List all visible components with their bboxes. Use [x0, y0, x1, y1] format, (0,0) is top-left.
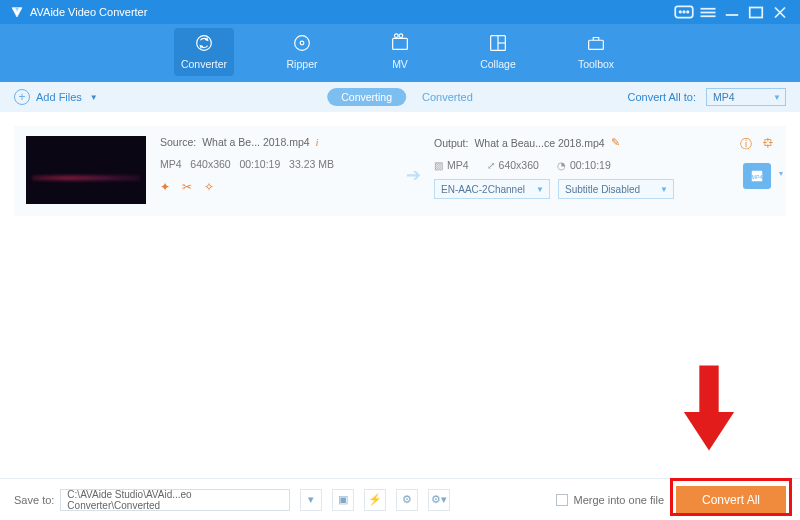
- output-filename: What a Beau...ce 2018.mp4: [474, 137, 604, 149]
- maximize-icon[interactable]: [746, 5, 766, 19]
- convert-all-to-label: Convert All to:: [628, 91, 696, 103]
- convert-all-to: Convert All to: MP4 ▼: [628, 88, 786, 106]
- open-folder-button[interactable]: ▣: [332, 489, 354, 511]
- speed-button[interactable]: ⚡: [364, 489, 386, 511]
- mv-icon: [389, 32, 411, 54]
- clock-icon: ◔: [557, 160, 566, 171]
- annotation-arrow-icon: [680, 364, 738, 454]
- nav-label: MV: [392, 58, 408, 70]
- convert-all-button[interactable]: Convert All: [676, 486, 786, 514]
- nav-label: Collage: [480, 58, 516, 70]
- output-profile-button[interactable]: MP4: [743, 163, 771, 189]
- output-label: Output:: [434, 137, 468, 149]
- subtitle-select[interactable]: Subtitle Disabled ▼: [558, 179, 674, 199]
- out-resolution: 640x360: [499, 159, 539, 171]
- compress-icon[interactable]: ⯐: [762, 136, 774, 153]
- nav-mv[interactable]: MV: [370, 28, 430, 76]
- svg-rect-14: [393, 38, 408, 49]
- svg-point-1: [680, 11, 682, 13]
- svg-point-16: [399, 34, 403, 38]
- pencil-icon[interactable]: ✎: [611, 136, 620, 149]
- source-filename: What a Be... 2018.mp4: [202, 136, 309, 148]
- source-block: Source: What a Be... 2018.mp4 i MP4 640x…: [160, 136, 390, 206]
- resolution-icon: ⤢: [487, 160, 495, 171]
- source-label: Source:: [160, 136, 196, 148]
- file-list: Source: What a Be... 2018.mp4 i MP4 640x…: [0, 112, 800, 216]
- settings-gear-button[interactable]: ⚙: [396, 489, 418, 511]
- subtitle-value: Subtitle Disabled: [565, 184, 640, 195]
- chevron-down-icon: ▼: [90, 93, 98, 102]
- nav-label: Ripper: [287, 58, 318, 70]
- svg-point-15: [395, 34, 399, 38]
- app-logo-icon: [10, 5, 24, 19]
- add-files-button[interactable]: + Add Files ▼: [14, 89, 98, 105]
- nav-label: Toolbox: [578, 58, 614, 70]
- save-path-field[interactable]: C:\AVAide Studio\AVAid...eo Converter\Co…: [60, 489, 290, 511]
- out-format: MP4: [447, 159, 469, 171]
- plus-icon: +: [14, 89, 30, 105]
- nav-collage[interactable]: Collage: [468, 28, 528, 76]
- merge-label: Merge into one file: [574, 494, 665, 506]
- src-format: MP4: [160, 158, 182, 170]
- svg-point-2: [683, 11, 685, 13]
- save-to-label: Save to:: [14, 494, 54, 506]
- svg-point-12: [295, 36, 310, 51]
- info-icon[interactable]: i: [316, 136, 319, 148]
- svg-point-13: [300, 41, 304, 45]
- checkbox-icon: [556, 494, 568, 506]
- tab-converting[interactable]: Converting: [327, 88, 406, 106]
- save-path-value: C:\AVAide Studio\AVAid...eo Converter\Co…: [67, 489, 283, 511]
- cut-icon[interactable]: ✂: [182, 180, 192, 194]
- add-files-label: Add Files: [36, 91, 82, 103]
- video-thumbnail[interactable]: [26, 136, 146, 204]
- svg-rect-8: [750, 7, 763, 17]
- svg-text:MP4: MP4: [752, 174, 763, 180]
- nav-toolbox[interactable]: Toolbox: [566, 28, 626, 76]
- convert-all-label: Convert All: [702, 493, 760, 507]
- file-row: Source: What a Be... 2018.mp4 i MP4 640x…: [14, 126, 786, 216]
- src-size: 33.23 MB: [289, 158, 334, 170]
- feedback-icon[interactable]: [674, 5, 694, 19]
- chevron-down-icon: ▼: [773, 93, 781, 102]
- nav-label: Converter: [181, 58, 227, 70]
- ripper-icon: [291, 32, 313, 54]
- task-settings-button[interactable]: ⚙▾: [428, 489, 450, 511]
- footer: Save to: C:\AVAide Studio\AVAid...eo Con…: [0, 478, 800, 520]
- source-meta: MP4 640x360 00:10:19 33.23 MB: [160, 158, 390, 170]
- src-duration: 00:10:19: [239, 158, 280, 170]
- output-format-value: MP4: [713, 91, 735, 103]
- enhance-icon[interactable]: ✧: [204, 180, 214, 194]
- chevron-down-icon: ▼: [536, 185, 544, 194]
- nav-ripper[interactable]: Ripper: [272, 28, 332, 76]
- video-icon: ▧: [434, 160, 443, 171]
- audio-track-value: EN-AAC-2Channel: [441, 184, 525, 195]
- path-dropdown-button[interactable]: ▾: [300, 489, 322, 511]
- svg-point-3: [687, 11, 689, 13]
- info-icon[interactable]: ⓘ: [740, 136, 752, 153]
- toolbox-icon: [585, 32, 607, 54]
- app-title: AVAide Video Converter: [30, 6, 147, 18]
- collage-icon: [487, 32, 509, 54]
- main-nav: Converter Ripper MV Collage Toolbox: [0, 24, 800, 82]
- merge-checkbox[interactable]: Merge into one file: [556, 494, 665, 506]
- chevron-down-icon: ▼: [660, 185, 668, 194]
- row-actions: ⓘ ⯐ MP4: [740, 136, 774, 189]
- titlebar: AVAide Video Converter: [0, 0, 800, 24]
- tab-converted[interactable]: Converted: [422, 91, 473, 103]
- converter-icon: [193, 32, 215, 54]
- src-resolution: 640x360: [190, 158, 230, 170]
- edit-icon[interactable]: ✦: [160, 180, 170, 194]
- toolbar: + Add Files ▼ Converting Converted Conve…: [0, 82, 800, 112]
- audio-track-select[interactable]: EN-AAC-2Channel ▼: [434, 179, 550, 199]
- nav-converter[interactable]: Converter: [174, 28, 234, 76]
- output-format-select[interactable]: MP4 ▼: [706, 88, 786, 106]
- close-icon[interactable]: [770, 5, 790, 19]
- output-block: Output: What a Beau...ce 2018.mp4 ✎ ▧ MP…: [434, 136, 684, 199]
- arrow-right-icon: ➔: [406, 164, 421, 186]
- out-duration: 00:10:19: [570, 159, 611, 171]
- minimize-icon[interactable]: [722, 5, 742, 19]
- status-tabs: Converting Converted: [327, 88, 473, 106]
- menu-icon[interactable]: [698, 5, 718, 19]
- svg-rect-20: [589, 40, 604, 49]
